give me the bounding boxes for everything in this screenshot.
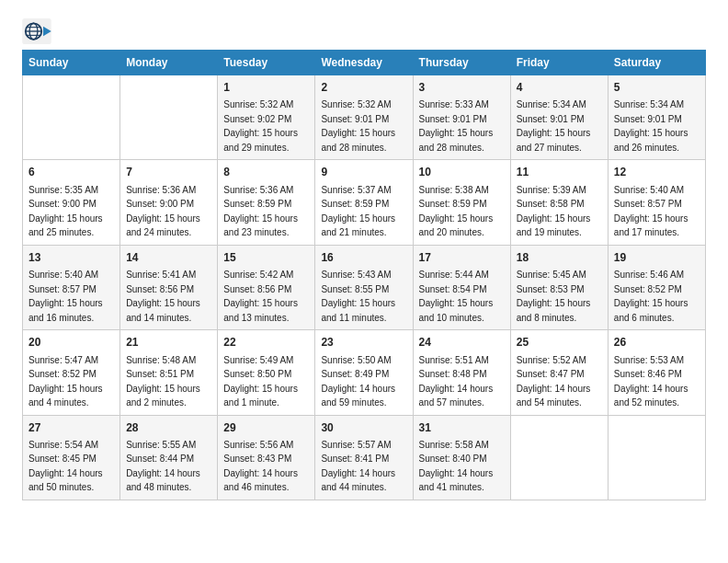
day-number: 30 bbox=[321, 420, 406, 436]
calendar-cell: 26Sunrise: 5:53 AM Sunset: 8:46 PM Dayli… bbox=[608, 330, 705, 415]
day-number: 31 bbox=[419, 420, 505, 436]
calendar-cell bbox=[120, 75, 218, 160]
day-number: 29 bbox=[223, 420, 309, 436]
day-number: 22 bbox=[223, 335, 309, 350]
calendar-cell: 29Sunrise: 5:56 AM Sunset: 8:43 PM Dayli… bbox=[218, 415, 315, 500]
logo-icon bbox=[22, 18, 51, 44]
day-info: Sunrise: 5:44 AM Sunset: 8:54 PM Dayligh… bbox=[419, 270, 494, 323]
day-info: Sunrise: 5:37 AM Sunset: 8:59 PM Dayligh… bbox=[321, 185, 395, 238]
day-number: 12 bbox=[614, 165, 700, 180]
calendar-cell: 28Sunrise: 5:55 AM Sunset: 8:44 PM Dayli… bbox=[120, 415, 218, 500]
day-number: 20 bbox=[28, 335, 114, 350]
day-number: 8 bbox=[223, 165, 309, 180]
day-info: Sunrise: 5:57 AM Sunset: 8:41 PM Dayligh… bbox=[321, 440, 395, 493]
day-number: 13 bbox=[28, 250, 114, 266]
calendar-week-row: 6Sunrise: 5:35 AM Sunset: 9:00 PM Daylig… bbox=[23, 160, 706, 245]
day-info: Sunrise: 5:52 AM Sunset: 8:47 PM Dayligh… bbox=[517, 355, 591, 408]
day-info: Sunrise: 5:41 AM Sunset: 8:56 PM Dayligh… bbox=[126, 270, 200, 323]
day-info: Sunrise: 5:51 AM Sunset: 8:48 PM Dayligh… bbox=[419, 355, 494, 408]
day-number: 24 bbox=[419, 335, 505, 350]
day-number: 18 bbox=[517, 250, 602, 266]
calendar-cell: 20Sunrise: 5:47 AM Sunset: 8:52 PM Dayli… bbox=[23, 330, 120, 415]
calendar-cell: 4Sunrise: 5:34 AM Sunset: 9:01 PM Daylig… bbox=[510, 75, 608, 160]
calendar-cell: 3Sunrise: 5:33 AM Sunset: 9:01 PM Daylig… bbox=[413, 75, 510, 160]
calendar-cell: 21Sunrise: 5:48 AM Sunset: 8:51 PM Dayli… bbox=[120, 330, 218, 415]
logo bbox=[22, 18, 55, 44]
calendar-cell: 1Sunrise: 5:32 AM Sunset: 9:02 PM Daylig… bbox=[218, 75, 315, 160]
day-number: 10 bbox=[419, 165, 505, 180]
calendar-cell: 19Sunrise: 5:46 AM Sunset: 8:52 PM Dayli… bbox=[608, 245, 705, 329]
day-info: Sunrise: 5:49 AM Sunset: 8:50 PM Dayligh… bbox=[223, 355, 298, 408]
calendar-cell: 9Sunrise: 5:37 AM Sunset: 8:59 PM Daylig… bbox=[315, 160, 413, 245]
day-info: Sunrise: 5:32 AM Sunset: 9:02 PM Dayligh… bbox=[223, 99, 298, 153]
calendar-cell: 23Sunrise: 5:50 AM Sunset: 8:49 PM Dayli… bbox=[315, 330, 413, 415]
day-info: Sunrise: 5:46 AM Sunset: 8:52 PM Dayligh… bbox=[614, 270, 688, 323]
day-number: 5 bbox=[614, 80, 700, 96]
day-info: Sunrise: 5:38 AM Sunset: 8:59 PM Dayligh… bbox=[419, 185, 494, 238]
day-info: Sunrise: 5:34 AM Sunset: 9:01 PM Dayligh… bbox=[614, 99, 688, 153]
calendar-cell: 2Sunrise: 5:32 AM Sunset: 9:01 PM Daylig… bbox=[315, 75, 413, 160]
day-info: Sunrise: 5:39 AM Sunset: 8:58 PM Dayligh… bbox=[517, 185, 591, 238]
calendar-cell: 13Sunrise: 5:40 AM Sunset: 8:57 PM Dayli… bbox=[23, 245, 120, 329]
day-number: 7 bbox=[126, 165, 211, 180]
day-number: 9 bbox=[321, 165, 406, 180]
day-number: 4 bbox=[517, 80, 602, 96]
weekday-header: Monday bbox=[120, 51, 218, 75]
calendar-cell bbox=[23, 75, 120, 160]
day-number: 17 bbox=[419, 250, 505, 266]
day-info: Sunrise: 5:36 AM Sunset: 8:59 PM Dayligh… bbox=[223, 185, 298, 238]
calendar-cell: 5Sunrise: 5:34 AM Sunset: 9:01 PM Daylig… bbox=[608, 75, 705, 160]
day-info: Sunrise: 5:54 AM Sunset: 8:45 PM Dayligh… bbox=[28, 440, 103, 493]
calendar-cell: 17Sunrise: 5:44 AM Sunset: 8:54 PM Dayli… bbox=[413, 245, 510, 329]
calendar-cell: 10Sunrise: 5:38 AM Sunset: 8:59 PM Dayli… bbox=[413, 160, 510, 245]
day-info: Sunrise: 5:33 AM Sunset: 9:01 PM Dayligh… bbox=[419, 99, 494, 153]
weekday-header: Saturday bbox=[608, 51, 705, 75]
day-number: 15 bbox=[223, 250, 309, 266]
day-number: 1 bbox=[223, 80, 309, 96]
weekday-header: Wednesday bbox=[315, 51, 413, 75]
day-info: Sunrise: 5:56 AM Sunset: 8:43 PM Dayligh… bbox=[223, 440, 298, 493]
day-info: Sunrise: 5:53 AM Sunset: 8:46 PM Dayligh… bbox=[614, 355, 688, 408]
calendar-week-row: 1Sunrise: 5:32 AM Sunset: 9:02 PM Daylig… bbox=[23, 75, 706, 160]
weekday-header: Tuesday bbox=[218, 51, 315, 75]
day-number: 3 bbox=[419, 80, 505, 96]
day-info: Sunrise: 5:42 AM Sunset: 8:56 PM Dayligh… bbox=[223, 270, 298, 323]
day-info: Sunrise: 5:45 AM Sunset: 8:53 PM Dayligh… bbox=[517, 270, 591, 323]
calendar-cell: 24Sunrise: 5:51 AM Sunset: 8:48 PM Dayli… bbox=[413, 330, 510, 415]
calendar-cell: 18Sunrise: 5:45 AM Sunset: 8:53 PM Dayli… bbox=[510, 245, 608, 329]
day-info: Sunrise: 5:40 AM Sunset: 8:57 PM Dayligh… bbox=[614, 185, 688, 238]
calendar-week-row: 13Sunrise: 5:40 AM Sunset: 8:57 PM Dayli… bbox=[23, 245, 706, 329]
day-info: Sunrise: 5:55 AM Sunset: 8:44 PM Dayligh… bbox=[126, 440, 200, 493]
page-header bbox=[22, 18, 706, 44]
calendar-cell: 27Sunrise: 5:54 AM Sunset: 8:45 PM Dayli… bbox=[23, 415, 120, 500]
day-info: Sunrise: 5:47 AM Sunset: 8:52 PM Dayligh… bbox=[28, 355, 103, 408]
calendar-cell: 31Sunrise: 5:58 AM Sunset: 8:40 PM Dayli… bbox=[413, 415, 510, 500]
calendar-cell: 30Sunrise: 5:57 AM Sunset: 8:41 PM Dayli… bbox=[315, 415, 413, 500]
calendar-week-row: 27Sunrise: 5:54 AM Sunset: 8:45 PM Dayli… bbox=[23, 415, 706, 500]
calendar-cell: 12Sunrise: 5:40 AM Sunset: 8:57 PM Dayli… bbox=[608, 160, 705, 245]
calendar-cell: 25Sunrise: 5:52 AM Sunset: 8:47 PM Dayli… bbox=[510, 330, 608, 415]
day-number: 14 bbox=[126, 250, 211, 266]
day-number: 19 bbox=[614, 250, 700, 266]
day-number: 2 bbox=[321, 80, 406, 96]
day-number: 6 bbox=[28, 165, 114, 180]
day-number: 25 bbox=[517, 335, 602, 350]
calendar-cell bbox=[608, 415, 705, 500]
calendar-cell: 7Sunrise: 5:36 AM Sunset: 9:00 PM Daylig… bbox=[120, 160, 218, 245]
weekday-header: Thursday bbox=[413, 51, 510, 75]
weekday-header: Friday bbox=[510, 51, 608, 75]
day-number: 28 bbox=[126, 420, 211, 436]
calendar-cell: 8Sunrise: 5:36 AM Sunset: 8:59 PM Daylig… bbox=[218, 160, 315, 245]
day-info: Sunrise: 5:35 AM Sunset: 9:00 PM Dayligh… bbox=[28, 185, 103, 238]
calendar-cell: 6Sunrise: 5:35 AM Sunset: 9:00 PM Daylig… bbox=[23, 160, 120, 245]
day-info: Sunrise: 5:48 AM Sunset: 8:51 PM Dayligh… bbox=[126, 355, 200, 408]
day-number: 23 bbox=[321, 335, 406, 350]
day-info: Sunrise: 5:40 AM Sunset: 8:57 PM Dayligh… bbox=[28, 270, 103, 323]
day-number: 26 bbox=[614, 335, 700, 350]
day-info: Sunrise: 5:34 AM Sunset: 9:01 PM Dayligh… bbox=[517, 99, 591, 153]
day-info: Sunrise: 5:58 AM Sunset: 8:40 PM Dayligh… bbox=[419, 440, 494, 493]
calendar-cell: 22Sunrise: 5:49 AM Sunset: 8:50 PM Dayli… bbox=[218, 330, 315, 415]
weekday-header: Sunday bbox=[23, 51, 120, 75]
weekday-header-row: SundayMondayTuesdayWednesdayThursdayFrid… bbox=[23, 51, 706, 75]
day-number: 11 bbox=[517, 165, 602, 180]
